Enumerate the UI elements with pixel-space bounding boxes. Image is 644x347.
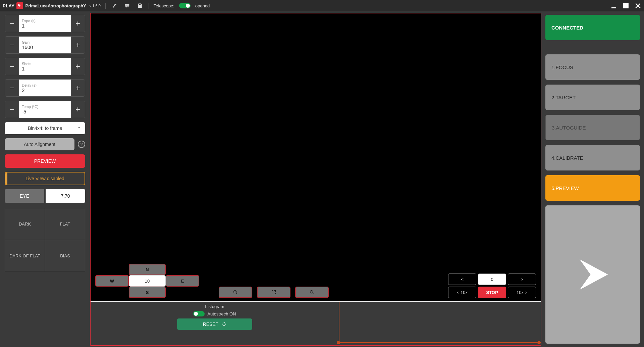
shots-label: Shots [22,62,68,66]
shots-field[interactable]: Shots 1 [19,58,71,75]
expo-value: 1 [22,23,68,29]
rot-left-10x-button[interactable]: < 10x [448,287,476,298]
temp-label: Temp (°C) [22,105,68,109]
step-focus[interactable]: 1.FOCUS [545,54,640,80]
stop-button[interactable]: STOP [478,287,506,298]
dark-of-flat-button[interactable]: DARK OF FLAT [5,240,45,272]
east-button[interactable]: E [166,275,199,287]
close-icon[interactable] [635,2,641,9]
auto-alignment-button[interactable]: Auto Alignment [5,138,74,150]
histogram-title: histogram [205,304,224,309]
south-button[interactable]: S [129,287,166,298]
dark-button[interactable]: DARK [5,208,45,240]
temp-stepper: − Temp (°C) -5 + [5,101,85,118]
binning-select[interactable]: Bin4x4: to frame [5,122,85,134]
expo-stepper: − Expo (s) 1 + [5,15,85,32]
delay-plus[interactable]: + [71,80,85,96]
telescope-label: Telescope: [154,3,174,8]
delay-value: 2 [22,87,68,93]
rot-right-button[interactable]: > [508,274,536,285]
maximize-icon[interactable] [623,2,629,9]
rotator-controls: < 0 > < 10x STOP 10x > [448,274,536,298]
right-panel: CONNECTED 1.FOCUS 2.TARGET 3.AUTOGUIDE 4… [541,11,644,347]
temp-field[interactable]: Temp (°C) -5 [19,101,71,118]
chevron-down-icon [77,126,81,131]
svg-rect-3 [611,7,616,8]
live-view-button[interactable]: Live View disabled [5,172,85,185]
histogram-slider[interactable] [337,342,541,343]
app-brand: PLAY PrimaLuceAstrophotographY [3,2,86,9]
play-label: PLAY [3,3,14,8]
step-preview[interactable]: 5.PREVIEW [545,175,640,201]
expo-minus[interactable]: − [5,15,19,32]
rot-right-10x-button[interactable]: 10x > [508,287,536,298]
telescope-icon[interactable] [110,2,118,10]
gain-stepper: − Gain 1600 + [5,36,85,54]
play-icon [571,253,614,296]
autostretch-toggle[interactable] [193,311,205,316]
zoom-in-button[interactable] [219,287,252,298]
gain-plus[interactable]: + [71,37,85,53]
temp-plus[interactable]: + [71,101,85,118]
delay-minus[interactable]: − [5,80,19,96]
step-target[interactable]: 2.TARGET [545,85,640,110]
shots-minus[interactable]: − [5,58,19,75]
svg-point-2 [126,6,127,7]
eye-row: EYE 7.70 [5,189,85,203]
histogram-reset-button[interactable]: RESET [177,318,252,330]
histogram-knob-right[interactable] [537,341,541,344]
speed-select[interactable]: 10 [129,275,166,287]
top-bar: PLAY PrimaLuceAstrophotographY v 1.6.0 T… [0,0,644,11]
step-autoguide[interactable]: 3.AUTOGUIDE [545,115,640,140]
north-button[interactable]: N [129,264,166,275]
rot-value[interactable]: 0 [478,274,506,285]
gain-value: 1600 [22,44,68,50]
autostretch-label: Autostrech ON [207,311,236,316]
delay-stepper: − Delay (s) 2 + [5,79,85,97]
eye-value[interactable]: 7.70 [46,189,85,203]
gain-label: Gain [22,40,68,44]
svg-rect-4 [624,3,628,8]
minimize-icon[interactable] [610,2,617,9]
help-icon[interactable]: ? [78,141,85,148]
connected-status[interactable]: CONNECTED [545,15,640,40]
west-button[interactable]: W [95,275,129,287]
reload-icon [222,322,226,327]
delay-label: Delay (s) [22,83,68,87]
step-calibrate[interactable]: 4.CALIBRATE [545,145,640,170]
gain-minus[interactable]: − [5,37,19,53]
shots-plus[interactable]: + [71,58,85,75]
expo-plus[interactable]: + [71,15,85,32]
histogram-knob-left[interactable] [337,341,340,344]
shots-stepper: − Shots 1 + [5,58,85,75]
preview-button[interactable]: PREVIEW [5,154,85,168]
left-panel: − Expo (s) 1 + − Gain 1600 + − Shots [0,11,90,347]
histogram-panel: histogram Autostrech ON RESET [91,301,541,345]
bias-button[interactable]: BIAS [45,240,85,272]
shots-value: 1 [22,66,68,71]
flat-button[interactable]: FLAT [45,208,85,240]
temp-value: -5 [22,109,68,114]
version-label: v 1.6.0 [90,4,101,8]
histogram-area[interactable] [339,302,541,345]
expo-label: Expo (s) [22,19,68,23]
binning-value: Bin4x4: to frame [28,126,62,131]
settings-sliders-icon[interactable] [123,2,131,10]
brand-icon [16,2,23,9]
rot-left-button[interactable]: < [448,274,476,285]
expo-field[interactable]: Expo (s) 1 [19,15,71,32]
save-icon[interactable] [136,2,144,10]
telescope-state: opened [195,3,210,8]
svg-point-0 [126,4,127,5]
image-viewer[interactable]: N W 10 E S [91,13,541,301]
temp-minus[interactable]: − [5,101,19,118]
frame-type-quad: DARK FLAT DARK OF FLAT BIAS [5,208,85,272]
telescope-toggle[interactable] [179,3,191,8]
center-panel: N W 10 E S [90,13,541,346]
zoom-out-button[interactable] [295,287,329,298]
brand-text: PrimaLuceAstrophotographY [25,3,86,8]
run-button[interactable] [545,205,640,344]
gain-field[interactable]: Gain 1600 [19,37,71,53]
delay-field[interactable]: Delay (s) 2 [19,80,71,96]
fit-screen-button[interactable] [257,287,290,298]
